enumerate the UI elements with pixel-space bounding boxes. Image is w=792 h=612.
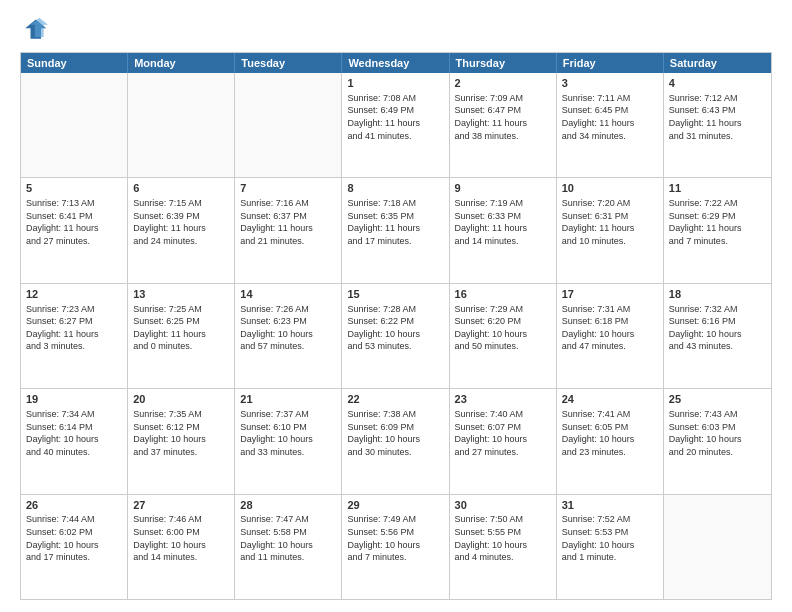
day-number: 1: [347, 76, 443, 91]
cal-header-friday: Friday: [557, 53, 664, 73]
day-info: Sunrise: 7:26 AM Sunset: 6:23 PM Dayligh…: [240, 303, 336, 353]
cal-header-thursday: Thursday: [450, 53, 557, 73]
cal-cell: [235, 73, 342, 177]
day-info: Sunrise: 7:18 AM Sunset: 6:35 PM Dayligh…: [347, 197, 443, 247]
day-number: 22: [347, 392, 443, 407]
day-info: Sunrise: 7:40 AM Sunset: 6:07 PM Dayligh…: [455, 408, 551, 458]
day-info: Sunrise: 7:52 AM Sunset: 5:53 PM Dayligh…: [562, 513, 658, 563]
day-info: Sunrise: 7:22 AM Sunset: 6:29 PM Dayligh…: [669, 197, 766, 247]
logo-icon: [20, 16, 48, 44]
calendar: SundayMondayTuesdayWednesdayThursdayFrid…: [20, 52, 772, 600]
cal-cell: 11Sunrise: 7:22 AM Sunset: 6:29 PM Dayli…: [664, 178, 771, 282]
day-number: 10: [562, 181, 658, 196]
day-info: Sunrise: 7:44 AM Sunset: 6:02 PM Dayligh…: [26, 513, 122, 563]
cal-cell: 21Sunrise: 7:37 AM Sunset: 6:10 PM Dayli…: [235, 389, 342, 493]
day-number: 14: [240, 287, 336, 302]
day-info: Sunrise: 7:35 AM Sunset: 6:12 PM Dayligh…: [133, 408, 229, 458]
cal-cell: 10Sunrise: 7:20 AM Sunset: 6:31 PM Dayli…: [557, 178, 664, 282]
cal-cell: [128, 73, 235, 177]
cal-cell: 4Sunrise: 7:12 AM Sunset: 6:43 PM Daylig…: [664, 73, 771, 177]
cal-cell: 22Sunrise: 7:38 AM Sunset: 6:09 PM Dayli…: [342, 389, 449, 493]
day-number: 2: [455, 76, 551, 91]
cal-header-saturday: Saturday: [664, 53, 771, 73]
cal-row-1: 5Sunrise: 7:13 AM Sunset: 6:41 PM Daylig…: [21, 177, 771, 282]
day-number: 17: [562, 287, 658, 302]
cal-cell: 31Sunrise: 7:52 AM Sunset: 5:53 PM Dayli…: [557, 495, 664, 599]
cal-cell: 29Sunrise: 7:49 AM Sunset: 5:56 PM Dayli…: [342, 495, 449, 599]
cal-cell: 15Sunrise: 7:28 AM Sunset: 6:22 PM Dayli…: [342, 284, 449, 388]
cal-cell: 18Sunrise: 7:32 AM Sunset: 6:16 PM Dayli…: [664, 284, 771, 388]
day-number: 29: [347, 498, 443, 513]
day-info: Sunrise: 7:50 AM Sunset: 5:55 PM Dayligh…: [455, 513, 551, 563]
day-info: Sunrise: 7:37 AM Sunset: 6:10 PM Dayligh…: [240, 408, 336, 458]
cal-cell: 30Sunrise: 7:50 AM Sunset: 5:55 PM Dayli…: [450, 495, 557, 599]
day-number: 31: [562, 498, 658, 513]
day-number: 26: [26, 498, 122, 513]
cal-cell: 2Sunrise: 7:09 AM Sunset: 6:47 PM Daylig…: [450, 73, 557, 177]
day-number: 24: [562, 392, 658, 407]
day-number: 7: [240, 181, 336, 196]
day-number: 23: [455, 392, 551, 407]
day-number: 5: [26, 181, 122, 196]
calendar-header: SundayMondayTuesdayWednesdayThursdayFrid…: [21, 53, 771, 73]
cal-cell: 16Sunrise: 7:29 AM Sunset: 6:20 PM Dayli…: [450, 284, 557, 388]
cal-cell: 25Sunrise: 7:43 AM Sunset: 6:03 PM Dayli…: [664, 389, 771, 493]
day-info: Sunrise: 7:15 AM Sunset: 6:39 PM Dayligh…: [133, 197, 229, 247]
cal-cell: 5Sunrise: 7:13 AM Sunset: 6:41 PM Daylig…: [21, 178, 128, 282]
day-number: 18: [669, 287, 766, 302]
cal-cell: 13Sunrise: 7:25 AM Sunset: 6:25 PM Dayli…: [128, 284, 235, 388]
cal-cell: 1Sunrise: 7:08 AM Sunset: 6:49 PM Daylig…: [342, 73, 449, 177]
cal-header-tuesday: Tuesday: [235, 53, 342, 73]
cal-cell: 20Sunrise: 7:35 AM Sunset: 6:12 PM Dayli…: [128, 389, 235, 493]
day-number: 11: [669, 181, 766, 196]
cal-cell: 3Sunrise: 7:11 AM Sunset: 6:45 PM Daylig…: [557, 73, 664, 177]
cal-row-3: 19Sunrise: 7:34 AM Sunset: 6:14 PM Dayli…: [21, 388, 771, 493]
cal-cell: 7Sunrise: 7:16 AM Sunset: 6:37 PM Daylig…: [235, 178, 342, 282]
cal-cell: 19Sunrise: 7:34 AM Sunset: 6:14 PM Dayli…: [21, 389, 128, 493]
day-number: 27: [133, 498, 229, 513]
day-info: Sunrise: 7:31 AM Sunset: 6:18 PM Dayligh…: [562, 303, 658, 353]
day-info: Sunrise: 7:34 AM Sunset: 6:14 PM Dayligh…: [26, 408, 122, 458]
day-number: 25: [669, 392, 766, 407]
day-info: Sunrise: 7:16 AM Sunset: 6:37 PM Dayligh…: [240, 197, 336, 247]
cal-cell: 28Sunrise: 7:47 AM Sunset: 5:58 PM Dayli…: [235, 495, 342, 599]
day-number: 16: [455, 287, 551, 302]
cal-row-4: 26Sunrise: 7:44 AM Sunset: 6:02 PM Dayli…: [21, 494, 771, 599]
day-info: Sunrise: 7:38 AM Sunset: 6:09 PM Dayligh…: [347, 408, 443, 458]
day-info: Sunrise: 7:11 AM Sunset: 6:45 PM Dayligh…: [562, 92, 658, 142]
day-number: 20: [133, 392, 229, 407]
cal-cell: 24Sunrise: 7:41 AM Sunset: 6:05 PM Dayli…: [557, 389, 664, 493]
cal-cell: 23Sunrise: 7:40 AM Sunset: 6:07 PM Dayli…: [450, 389, 557, 493]
day-info: Sunrise: 7:46 AM Sunset: 6:00 PM Dayligh…: [133, 513, 229, 563]
day-info: Sunrise: 7:47 AM Sunset: 5:58 PM Dayligh…: [240, 513, 336, 563]
day-number: 8: [347, 181, 443, 196]
day-info: Sunrise: 7:08 AM Sunset: 6:49 PM Dayligh…: [347, 92, 443, 142]
cal-row-0: 1Sunrise: 7:08 AM Sunset: 6:49 PM Daylig…: [21, 73, 771, 177]
cal-cell: 12Sunrise: 7:23 AM Sunset: 6:27 PM Dayli…: [21, 284, 128, 388]
day-info: Sunrise: 7:25 AM Sunset: 6:25 PM Dayligh…: [133, 303, 229, 353]
day-number: 4: [669, 76, 766, 91]
day-info: Sunrise: 7:41 AM Sunset: 6:05 PM Dayligh…: [562, 408, 658, 458]
cal-cell: 17Sunrise: 7:31 AM Sunset: 6:18 PM Dayli…: [557, 284, 664, 388]
day-number: 12: [26, 287, 122, 302]
calendar-body: 1Sunrise: 7:08 AM Sunset: 6:49 PM Daylig…: [21, 73, 771, 599]
logo: [20, 16, 52, 44]
day-number: 3: [562, 76, 658, 91]
day-info: Sunrise: 7:28 AM Sunset: 6:22 PM Dayligh…: [347, 303, 443, 353]
day-number: 19: [26, 392, 122, 407]
cal-cell: 27Sunrise: 7:46 AM Sunset: 6:00 PM Dayli…: [128, 495, 235, 599]
cal-cell: 14Sunrise: 7:26 AM Sunset: 6:23 PM Dayli…: [235, 284, 342, 388]
cal-cell: 26Sunrise: 7:44 AM Sunset: 6:02 PM Dayli…: [21, 495, 128, 599]
day-info: Sunrise: 7:12 AM Sunset: 6:43 PM Dayligh…: [669, 92, 766, 142]
cal-row-2: 12Sunrise: 7:23 AM Sunset: 6:27 PM Dayli…: [21, 283, 771, 388]
day-info: Sunrise: 7:23 AM Sunset: 6:27 PM Dayligh…: [26, 303, 122, 353]
day-info: Sunrise: 7:43 AM Sunset: 6:03 PM Dayligh…: [669, 408, 766, 458]
day-info: Sunrise: 7:20 AM Sunset: 6:31 PM Dayligh…: [562, 197, 658, 247]
day-info: Sunrise: 7:13 AM Sunset: 6:41 PM Dayligh…: [26, 197, 122, 247]
day-number: 28: [240, 498, 336, 513]
day-number: 30: [455, 498, 551, 513]
day-info: Sunrise: 7:09 AM Sunset: 6:47 PM Dayligh…: [455, 92, 551, 142]
day-info: Sunrise: 7:29 AM Sunset: 6:20 PM Dayligh…: [455, 303, 551, 353]
cal-cell: 6Sunrise: 7:15 AM Sunset: 6:39 PM Daylig…: [128, 178, 235, 282]
day-number: 15: [347, 287, 443, 302]
